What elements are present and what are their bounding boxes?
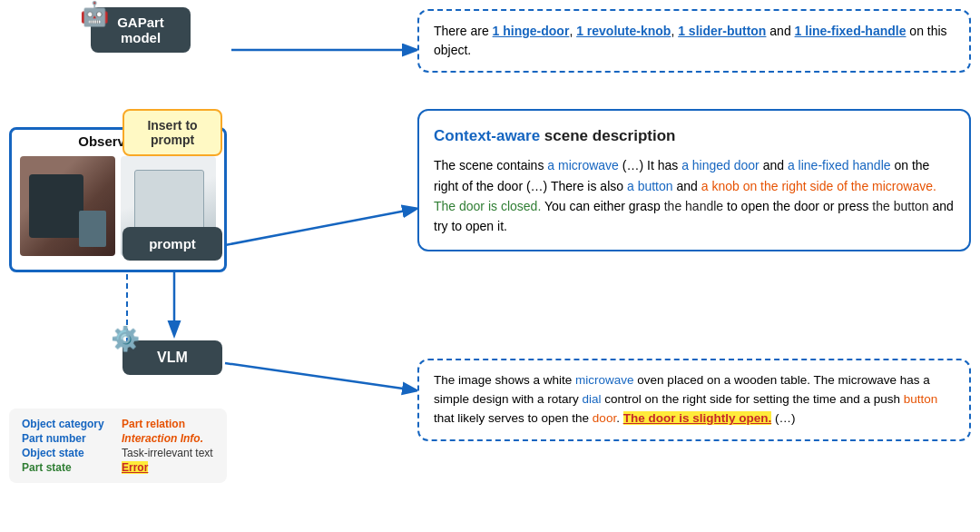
legend-grid: Object category Part relation Part numbe… [22, 418, 214, 474]
context-body: The scene contains a microwave (…) It ha… [434, 155, 955, 237]
legend-object-state: Object state [22, 447, 114, 459]
prompt-box: prompt [122, 227, 222, 261]
top-bubble: There are 1 hinge-door, 1 revolute-knob,… [417, 9, 971, 73]
context-box: Context-aware scene description The scen… [417, 109, 971, 251]
main-container: 🤖 GAPart model Observation Insert to pro… [0, 0, 980, 532]
ctx-button: a button [627, 179, 673, 193]
observation-image-1 [20, 156, 115, 256]
ctx-door-state: The door is closed. [434, 199, 541, 213]
ctx-knob: a knob on the right side of the microwav… [701, 179, 936, 193]
legend-part-relation: Part relation [122, 418, 214, 430]
bottom-bubble: The image shows a white microwave oven p… [417, 359, 971, 441]
gear-icon: ⚙️ [111, 325, 140, 353]
top-bubble-item3: 1 slider-button [678, 24, 766, 38]
insert-label-line2: prompt [151, 133, 194, 147]
svg-line-8 [225, 363, 416, 390]
legend-part-state: Part state [22, 461, 114, 474]
ctx-microwave: a microwave [547, 158, 619, 172]
bb-dial: dial [583, 392, 602, 406]
ctx-hinged-door: a hinged door [681, 158, 760, 172]
top-bubble-item2: 1 revolute-knob [576, 24, 671, 38]
prompt-label: prompt [149, 236, 196, 251]
robot-icon: 🤖 [80, 0, 109, 28]
top-bubble-item1: 1 hinge-door [493, 24, 570, 38]
context-title: Context-aware scene description [434, 123, 955, 148]
top-bubble-sep3: and [766, 24, 794, 38]
bb-error-text: The door is slightly open. [623, 411, 772, 425]
context-title-normal: scene description [540, 127, 675, 144]
top-bubble-sep1: , [569, 24, 576, 38]
bb-button: button [904, 392, 938, 406]
top-bubble-prefix: There are [434, 24, 493, 38]
legend-object-category: Object category [22, 418, 114, 430]
insert-label-line1: Insert to [147, 118, 197, 133]
top-bubble-item4: 1 line-fixed-handle [795, 24, 906, 38]
legend-box: Object category Part relation Part numbe… [9, 409, 227, 483]
legend-interaction-info: Interaction Info. [122, 432, 214, 445]
legend-error: Error [122, 461, 214, 474]
context-title-colored: Context-aware [434, 127, 540, 144]
ctx-press: the button [872, 199, 928, 213]
svg-line-4 [225, 209, 416, 245]
insert-to-prompt-box: Insert to prompt [122, 109, 222, 156]
ctx-handle: a line-fixed handle [788, 158, 891, 172]
legend-part-number: Part number [22, 432, 114, 445]
ctx-grasp: the handle [664, 199, 723, 213]
bb-door: door [593, 411, 616, 425]
bb-microwave: microwave [575, 373, 634, 387]
vlm-label: VLM [157, 350, 188, 365]
gapart-label-line1: GAPart [117, 15, 164, 30]
gapart-label-line2: model [121, 30, 161, 45]
legend-task-irrelevant: Task-irrelevant text [122, 447, 214, 459]
